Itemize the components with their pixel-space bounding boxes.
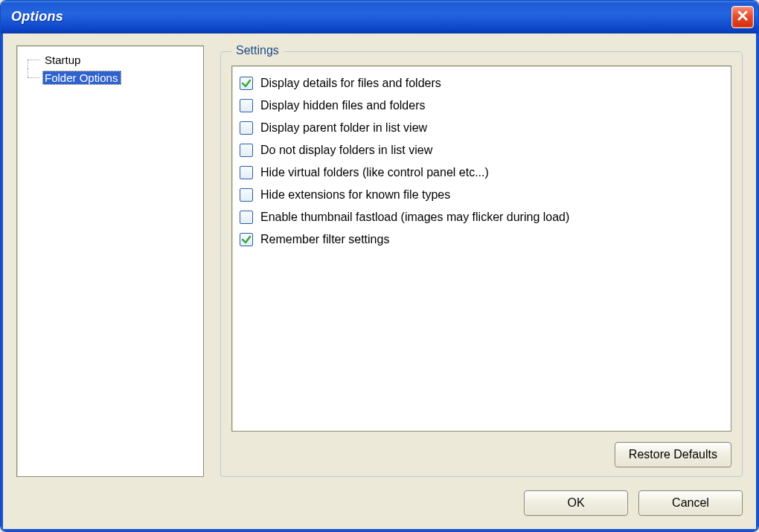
dialog-body: StartupFolder Options Settings Display d… xyxy=(1,33,758,531)
checkbox[interactable] xyxy=(240,121,253,135)
settings-check-row[interactable]: Display details for files and folders xyxy=(240,72,723,94)
nav-tree[interactable]: StartupFolder Options xyxy=(16,45,204,477)
checkbox[interactable] xyxy=(240,166,253,179)
checkbox[interactable] xyxy=(240,233,253,246)
tree-item-label: Startup xyxy=(42,53,84,67)
checkbox[interactable] xyxy=(240,77,253,90)
checkbox[interactable] xyxy=(240,99,253,112)
restore-defaults-button[interactable]: Restore Defaults xyxy=(615,442,731,467)
ok-button[interactable]: OK xyxy=(524,490,628,516)
close-icon xyxy=(737,10,749,24)
tree-item[interactable]: Startup xyxy=(20,51,200,68)
tree-item[interactable]: Folder Options xyxy=(20,68,200,86)
settings-check-label: Hide extensions for known file types xyxy=(260,188,450,202)
settings-check-label: Enable thumbnail fastload (images may fl… xyxy=(260,211,569,224)
dialog-footer: OK Cancel xyxy=(16,477,743,516)
settings-check-row[interactable]: Enable thumbnail fastload (images may fl… xyxy=(240,206,723,228)
groupbox-footer: Restore Defaults xyxy=(231,432,731,467)
settings-check-label: Hide virtual folders (like control panel… xyxy=(260,166,489,179)
settings-check-row[interactable]: Display hidden files and folders xyxy=(240,94,723,117)
check-icon xyxy=(241,78,252,89)
check-icon xyxy=(241,234,252,245)
settings-check-label: Display hidden files and folders xyxy=(260,99,425,112)
checkbox[interactable] xyxy=(240,188,253,202)
settings-check-row[interactable]: Hide virtual folders (like control panel… xyxy=(240,161,723,184)
settings-list[interactable]: Display details for files and foldersDis… xyxy=(231,65,731,432)
settings-groupbox: Settings Display details for files and f… xyxy=(220,51,743,477)
settings-check-label: Display details for files and folders xyxy=(260,77,441,90)
content-row: StartupFolder Options Settings Display d… xyxy=(16,45,743,477)
tree-item-label: Folder Options xyxy=(42,71,121,85)
close-button[interactable] xyxy=(731,6,754,28)
checkbox[interactable] xyxy=(240,144,253,157)
options-window: Options StartupFolder Options Settings D… xyxy=(0,0,759,532)
groupbox-title: Settings xyxy=(231,44,284,57)
cancel-button[interactable]: Cancel xyxy=(638,490,743,516)
settings-check-row[interactable]: Remember filter settings xyxy=(240,228,723,251)
tree-connector-icon xyxy=(20,51,42,68)
settings-check-row[interactable]: Display parent folder in list view xyxy=(240,117,723,139)
settings-check-label: Do not display folders in list view xyxy=(260,144,432,157)
settings-panel: Settings Display details for files and f… xyxy=(220,45,743,477)
checkbox[interactable] xyxy=(240,211,253,224)
settings-check-label: Remember filter settings xyxy=(260,233,389,246)
settings-check-row[interactable]: Hide extensions for known file types xyxy=(240,184,723,206)
settings-check-label: Display parent folder in list view xyxy=(260,121,427,135)
settings-check-row[interactable]: Do not display folders in list view xyxy=(240,139,723,161)
tree-connector-icon xyxy=(20,68,42,86)
window-title: Options xyxy=(11,9,63,25)
titlebar: Options xyxy=(1,1,758,33)
